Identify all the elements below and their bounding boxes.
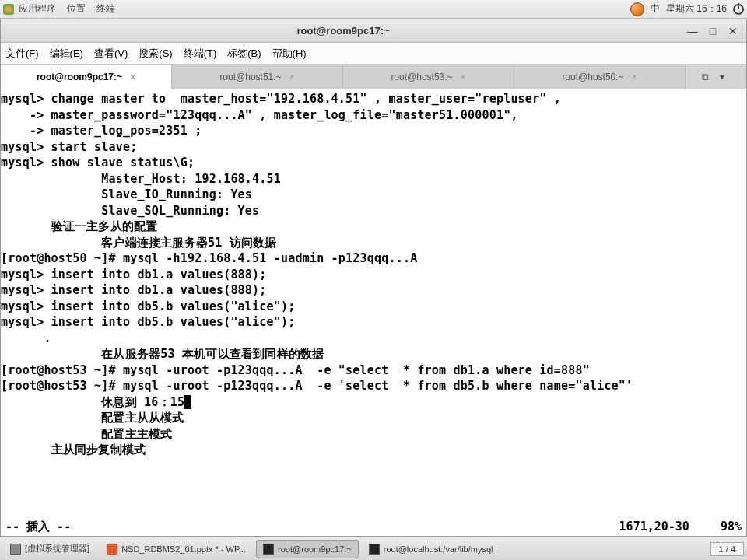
menu-terminal[interactable]: 终端(T) [184,47,217,61]
vim-percent: 98% [721,520,742,534]
window-title: root@room9pc17:~ [7,25,679,37]
terminal-line: 主从同步复制模式 [1,442,746,458]
terminal-line: 客户端连接主服务器51 访问数据 [1,235,746,251]
terminal-tab-3[interactable]: root@host50:~ × [514,65,686,89]
terminal-output[interactable]: mysql> change master to master_host="192… [1,89,746,519]
vim-mode: -- 插入 -- [5,520,71,534]
terminal-line: 验证一主多从的配置 [1,219,746,235]
desktop-taskbar: [虚拟系统管理器] NSD_RDBMS2_01.pptx * - WP... r… [0,537,747,560]
terminal-line: [root@host50 ~]# mysql -h192.168.4.51 -u… [1,250,746,267]
window-titlebar[interactable]: root@room9pc17:~ — □ ✕ [1,19,746,43]
terminal-line: mysql> start slave; [1,139,746,156]
terminal-line: 配置主从从模式 [1,410,746,426]
terminal-window: root@room9pc17:~ — □ ✕ 文件(F) 编辑(E) 查看(V)… [0,19,747,537]
vm-icon [10,544,21,555]
menu-file[interactable]: 文件(F) [5,47,39,61]
terminal-tab-0[interactable]: root@room9pc17:~ × [1,65,172,89]
terminal-icon [369,544,380,555]
terminal-line: [root@host53 ~]# mysql -uroot -p123qqq..… [1,362,746,379]
terminal-line: mysql> insert into db1.a values(888); [1,282,746,299]
tab-overview-icon[interactable]: ⧉ [702,72,709,82]
window-close-button[interactable]: ✕ [726,24,740,38]
terminal-tabbar: root@room9pc17:~ × root@host51:~ × root@… [1,65,746,89]
tab-close-icon[interactable]: × [289,72,295,82]
terminal-line: mysql> insert into db1.a values(888); [1,267,746,283]
menu-view[interactable]: 查看(V) [94,47,128,61]
terminal-line: Slave_IO_Running: Yes [1,187,746,203]
terminal-line: -> master_log_pos=2351 ; [1,123,746,139]
menu-tabs[interactable]: 标签(B) [227,47,261,61]
terminal-line: mysql> change master to master_host="192… [1,91,746,107]
tab-close-icon[interactable]: × [632,72,637,82]
power-icon[interactable] [733,4,744,15]
tab-dropdown-icon[interactable]: ▾ [720,72,724,82]
task-label: NSD_RDBMS2_01.pptx * - WP... [121,544,246,554]
tab-label: root@host50:~ [562,72,623,82]
menu-search[interactable]: 搜索(S) [139,47,172,61]
terminal-line: -> master_password="123qqq...A" , master… [1,107,746,124]
terminal-line: [root@host53 ~]# mysql -uroot -p123qqq..… [1,378,746,394]
taskbar-item-terminal-2[interactable]: root@localhost:/var/lib/mysql [362,540,500,558]
terminal-tab-2[interactable]: root@host53:~ × [343,65,514,89]
taskbar-item-terminal-1[interactable]: root@room9pc17:~ [256,540,359,558]
vim-status-line: -- 插入 -- 1671,20-30 98% [1,519,746,536]
text-cursor [184,395,191,409]
panel-menu-terminal[interactable]: 终端 [96,2,115,16]
tab-close-icon[interactable]: × [461,72,466,82]
clock[interactable]: 星期六 16：16 [666,2,727,16]
tab-label: root@room9pc17:~ [37,72,122,82]
terminal-line: . [1,331,746,347]
task-label: root@localhost:/var/lib/mysql [384,544,493,554]
terminal-menubar: 文件(F) 编辑(E) 查看(V) 搜索(S) 终端(T) 标签(B) 帮助(H… [1,43,746,65]
terminal-line: Slave_SQL_Running: Yes [1,203,746,219]
terminal-tab-1[interactable]: root@host51:~ × [172,65,343,89]
terminal-line: 在从服务器53 本机可以查看到同样的数据 [1,346,746,362]
ime-indicator[interactable]: 中 [651,2,660,16]
vim-position: 1671,20-30 [619,520,689,534]
terminal-line: mysql> insert into db5.b values("alice")… [1,314,746,331]
menu-help[interactable]: 帮助(H) [272,47,307,61]
tab-close-icon[interactable]: × [130,72,135,82]
terminal-line-cursor: 休息到 16：15 [1,394,746,411]
taskbar-item-vm-manager[interactable]: [虚拟系统管理器] [3,540,96,558]
tab-tools: ⧉ ▾ [686,65,740,89]
activities-icon[interactable] [3,4,14,15]
window-minimize-button[interactable]: — [686,24,700,38]
tab-label: root@host51:~ [219,72,281,82]
task-label: root@room9pc17:~ [278,544,352,554]
terminal-icon [263,544,274,555]
panel-menu-places[interactable]: 位置 [67,2,86,16]
tray-update-icon[interactable] [630,2,644,16]
terminal-line: 配置主主模式 [1,426,746,443]
taskbar-item-wps[interactable]: NSD_RDBMS2_01.pptx * - WP... [100,540,253,558]
terminal-line: mysql> insert into db5.b values("alice")… [1,299,746,315]
menu-edit[interactable]: 编辑(E) [50,47,83,61]
panel-menu-applications[interactable]: 应用程序 [19,2,56,16]
terminal-line: mysql> show slave status\G; [1,155,746,171]
terminal-line: Master_Host: 192.168.4.51 [1,171,746,187]
workspace-switcher[interactable]: 1 / 4 [710,542,744,556]
window-maximize-button[interactable]: □ [706,24,720,38]
desktop-top-panel: 应用程序 位置 终端 中 星期六 16：16 [0,0,747,19]
tab-label: root@host53:~ [391,72,452,82]
presentation-icon [107,544,117,555]
task-label: [虚拟系统管理器] [25,543,89,555]
